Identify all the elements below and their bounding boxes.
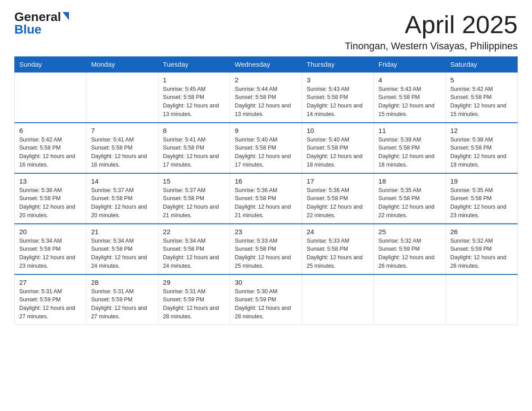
- calendar-day-cell: 25Sunrise: 5:32 AMSunset: 5:59 PMDayligh…: [374, 224, 446, 274]
- day-number: 20: [19, 228, 82, 235]
- calendar-day-cell: [15, 72, 86, 123]
- day-info: Sunrise: 5:34 AMSunset: 5:58 PMDaylight:…: [19, 237, 82, 270]
- calendar-week-row: 1Sunrise: 5:45 AMSunset: 5:58 PMDaylight…: [15, 72, 518, 123]
- calendar-day-cell: 18Sunrise: 5:35 AMSunset: 5:58 PMDayligh…: [374, 173, 446, 224]
- calendar-day-cell: 15Sunrise: 5:37 AMSunset: 5:58 PMDayligh…: [158, 173, 230, 224]
- day-info: Sunrise: 5:38 AMSunset: 5:58 PMDaylight:…: [19, 186, 82, 220]
- day-info: Sunrise: 5:37 AMSunset: 5:58 PMDaylight:…: [91, 186, 153, 220]
- day-number: 12: [450, 127, 513, 134]
- calendar-header-tuesday: Tuesday: [158, 56, 230, 72]
- calendar-day-cell: 8Sunrise: 5:41 AMSunset: 5:58 PMDaylight…: [158, 123, 230, 173]
- day-number: 15: [163, 177, 225, 185]
- day-info: Sunrise: 5:32 AMSunset: 5:59 PMDaylight:…: [378, 237, 441, 270]
- calendar-day-cell: 28Sunrise: 5:31 AMSunset: 5:59 PMDayligh…: [86, 274, 158, 325]
- day-info: Sunrise: 5:41 AMSunset: 5:58 PMDaylight:…: [163, 136, 225, 169]
- calendar-day-cell: 7Sunrise: 5:41 AMSunset: 5:58 PMDaylight…: [86, 123, 158, 173]
- calendar-day-cell: 21Sunrise: 5:34 AMSunset: 5:58 PMDayligh…: [86, 224, 158, 274]
- day-info: Sunrise: 5:40 AMSunset: 5:58 PMDaylight:…: [235, 136, 297, 169]
- day-info: Sunrise: 5:31 AMSunset: 5:59 PMDaylight:…: [19, 287, 82, 321]
- day-number: 6: [19, 127, 82, 134]
- calendar-day-cell: [302, 274, 373, 325]
- day-number: 10: [307, 127, 369, 134]
- calendar-day-cell: 11Sunrise: 5:39 AMSunset: 5:58 PMDayligh…: [374, 123, 446, 173]
- day-info: Sunrise: 5:39 AMSunset: 5:58 PMDaylight:…: [378, 136, 441, 169]
- day-number: 19: [450, 177, 513, 185]
- day-info: Sunrise: 5:33 AMSunset: 5:58 PMDaylight:…: [235, 237, 297, 270]
- day-info: Sunrise: 5:34 AMSunset: 5:58 PMDaylight:…: [163, 237, 225, 270]
- day-number: 9: [235, 127, 297, 134]
- calendar-header-monday: Monday: [86, 56, 158, 72]
- calendar-week-row: 20Sunrise: 5:34 AMSunset: 5:58 PMDayligh…: [15, 224, 518, 274]
- calendar-header-row: SundayMondayTuesdayWednesdayThursdayFrid…: [15, 56, 518, 72]
- day-number: 27: [19, 278, 82, 286]
- calendar-header-friday: Friday: [374, 56, 446, 72]
- logo: General Blue: [14, 11, 69, 36]
- day-info: Sunrise: 5:44 AMSunset: 5:58 PMDaylight:…: [235, 85, 297, 119]
- day-number: 18: [378, 177, 441, 185]
- day-info: Sunrise: 5:43 AMSunset: 5:58 PMDaylight:…: [378, 85, 441, 119]
- day-number: 5: [450, 76, 513, 84]
- day-number: 23: [235, 228, 297, 235]
- day-number: 25: [378, 228, 441, 235]
- day-number: 7: [91, 127, 153, 134]
- day-info: Sunrise: 5:42 AMSunset: 5:58 PMDaylight:…: [19, 136, 82, 169]
- calendar-day-cell: 9Sunrise: 5:40 AMSunset: 5:58 PMDaylight…: [230, 123, 302, 173]
- day-number: 11: [378, 127, 441, 134]
- calendar-day-cell: 24Sunrise: 5:33 AMSunset: 5:58 PMDayligh…: [302, 224, 373, 274]
- calendar-header-sunday: Sunday: [15, 56, 86, 72]
- day-info: Sunrise: 5:31 AMSunset: 5:59 PMDaylight:…: [163, 287, 225, 321]
- day-info: Sunrise: 5:38 AMSunset: 5:58 PMDaylight:…: [450, 136, 513, 169]
- calendar-day-cell: 29Sunrise: 5:31 AMSunset: 5:59 PMDayligh…: [158, 274, 230, 325]
- day-info: Sunrise: 5:42 AMSunset: 5:58 PMDaylight:…: [450, 85, 513, 119]
- day-info: Sunrise: 5:35 AMSunset: 5:58 PMDaylight:…: [378, 186, 441, 220]
- day-info: Sunrise: 5:45 AMSunset: 5:58 PMDaylight:…: [163, 85, 225, 119]
- calendar-day-cell: 22Sunrise: 5:34 AMSunset: 5:58 PMDayligh…: [158, 224, 230, 274]
- day-number: 29: [163, 278, 225, 286]
- page-header: General Blue April 2025 Tinongan, Wester…: [14, 11, 518, 52]
- logo-triangle-icon: [63, 12, 69, 20]
- day-info: Sunrise: 5:36 AMSunset: 5:58 PMDaylight:…: [307, 186, 369, 220]
- day-number: 8: [163, 127, 225, 134]
- logo-general: General: [14, 11, 61, 23]
- calendar-day-cell: 16Sunrise: 5:36 AMSunset: 5:58 PMDayligh…: [230, 173, 302, 224]
- day-number: 3: [307, 76, 369, 84]
- calendar-day-cell: [446, 274, 517, 325]
- day-info: Sunrise: 5:35 AMSunset: 5:58 PMDaylight:…: [450, 186, 513, 220]
- day-number: 24: [307, 228, 369, 235]
- day-info: Sunrise: 5:43 AMSunset: 5:58 PMDaylight:…: [307, 85, 369, 119]
- calendar-day-cell: 5Sunrise: 5:42 AMSunset: 5:58 PMDaylight…: [446, 72, 517, 123]
- day-number: 28: [91, 278, 153, 286]
- day-number: 17: [307, 177, 369, 185]
- day-info: Sunrise: 5:32 AMSunset: 5:59 PMDaylight:…: [450, 237, 513, 270]
- calendar-day-cell: 4Sunrise: 5:43 AMSunset: 5:58 PMDaylight…: [374, 72, 446, 123]
- calendar-day-cell: 14Sunrise: 5:37 AMSunset: 5:58 PMDayligh…: [86, 173, 158, 224]
- calendar-day-cell: 13Sunrise: 5:38 AMSunset: 5:58 PMDayligh…: [15, 173, 86, 224]
- location-title: Tinongan, Western Visayas, Philippines: [345, 40, 518, 52]
- calendar-day-cell: 19Sunrise: 5:35 AMSunset: 5:58 PMDayligh…: [446, 173, 517, 224]
- title-block: April 2025 Tinongan, Western Visayas, Ph…: [345, 11, 518, 52]
- day-number: 16: [235, 177, 297, 185]
- day-number: 14: [91, 177, 153, 185]
- day-number: 22: [163, 228, 225, 235]
- day-number: 13: [19, 177, 82, 185]
- calendar-day-cell: 20Sunrise: 5:34 AMSunset: 5:58 PMDayligh…: [15, 224, 86, 274]
- calendar-day-cell: 2Sunrise: 5:44 AMSunset: 5:58 PMDaylight…: [230, 72, 302, 123]
- calendar-header-thursday: Thursday: [302, 56, 373, 72]
- calendar-day-cell: 17Sunrise: 5:36 AMSunset: 5:58 PMDayligh…: [302, 173, 373, 224]
- day-number: 4: [378, 76, 441, 84]
- day-number: 21: [91, 228, 153, 235]
- day-info: Sunrise: 5:34 AMSunset: 5:58 PMDaylight:…: [91, 237, 153, 270]
- day-info: Sunrise: 5:41 AMSunset: 5:58 PMDaylight:…: [91, 136, 153, 169]
- day-number: 1: [163, 76, 225, 84]
- day-number: 26: [450, 228, 513, 235]
- logo-blue: Blue: [14, 23, 42, 36]
- calendar-header-saturday: Saturday: [446, 56, 517, 72]
- day-number: 2: [235, 76, 297, 84]
- month-title: April 2025: [345, 11, 518, 39]
- day-info: Sunrise: 5:31 AMSunset: 5:59 PMDaylight:…: [91, 287, 153, 321]
- calendar-day-cell: 12Sunrise: 5:38 AMSunset: 5:58 PMDayligh…: [446, 123, 517, 173]
- calendar-day-cell: 27Sunrise: 5:31 AMSunset: 5:59 PMDayligh…: [15, 274, 86, 325]
- calendar-week-row: 6Sunrise: 5:42 AMSunset: 5:58 PMDaylight…: [15, 123, 518, 173]
- calendar-day-cell: 23Sunrise: 5:33 AMSunset: 5:58 PMDayligh…: [230, 224, 302, 274]
- calendar-day-cell: 3Sunrise: 5:43 AMSunset: 5:58 PMDaylight…: [302, 72, 373, 123]
